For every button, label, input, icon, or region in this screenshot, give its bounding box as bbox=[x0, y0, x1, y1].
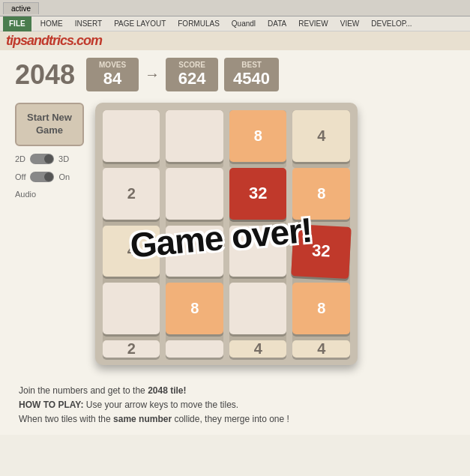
moves-stat: MOVES 84 bbox=[86, 58, 139, 91]
tile-r2c0: 4 bbox=[103, 226, 160, 277]
view-mode-toggle[interactable] bbox=[30, 154, 54, 164]
tile-r4c3: 4 bbox=[292, 340, 350, 358]
tile-r1c3: 8 bbox=[292, 168, 350, 220]
audio-label: Audio bbox=[15, 190, 36, 199]
ribbon-view[interactable]: VIEW bbox=[337, 18, 363, 29]
score-label: SCORE bbox=[175, 61, 209, 69]
ribbon-file-button[interactable]: FILE bbox=[3, 16, 31, 31]
instructions-line3b: same number bbox=[113, 414, 172, 424]
content-row: Start NewGame 2D 3D Off On Audio bbox=[15, 103, 455, 373]
mode-2d-label: 2D bbox=[15, 154, 25, 163]
ribbon-data[interactable]: DATA bbox=[265, 18, 289, 29]
browser-tab-active[interactable]: active bbox=[3, 2, 39, 14]
mode-3d-label: 3D bbox=[58, 154, 69, 163]
header-row: 2048 MOVES 84 → SCORE 624 BEST 4540 bbox=[15, 58, 455, 91]
tile-r0c1 bbox=[166, 110, 223, 162]
tile-r4c1 bbox=[166, 340, 223, 358]
audio-toggle-row: Off On bbox=[15, 172, 70, 182]
tile-r0c2: 8 bbox=[229, 110, 287, 162]
instructions: Join the numbers and get to the 2048 til… bbox=[15, 384, 455, 427]
left-panel: Start NewGame 2D 3D Off On Audio bbox=[15, 103, 84, 199]
tile-r0c0 bbox=[103, 110, 160, 162]
moves-label: MOVES bbox=[95, 61, 130, 69]
audio-toggle[interactable] bbox=[30, 172, 54, 182]
ribbon-page-layout[interactable]: PAGE LAYOUT bbox=[111, 18, 169, 29]
instructions-line3a: When two tiles with the bbox=[19, 414, 113, 424]
toggle-knob bbox=[44, 154, 53, 163]
tile-r0c3: 4 bbox=[292, 110, 350, 162]
best-stat: BEST 4540 bbox=[224, 58, 279, 91]
tile-r2c1 bbox=[166, 226, 223, 277]
score-stat: SCORE 624 bbox=[166, 58, 218, 91]
tile-r1c0: 2 bbox=[103, 168, 160, 220]
stats-group: MOVES 84 → SCORE 624 BEST 4540 bbox=[86, 58, 455, 91]
tile-r4c2: 4 bbox=[229, 340, 287, 358]
ribbon-developer[interactable]: DEVELOP... bbox=[368, 18, 415, 29]
tile-grid: 8 4 2 32 8 4 32 8 8 bbox=[103, 110, 350, 358]
audio-off-label: Off bbox=[15, 172, 25, 181]
tab-label: active bbox=[11, 4, 31, 13]
view-toggle-row: 2D 3D bbox=[15, 154, 69, 164]
start-new-game-button[interactable]: Start NewGame bbox=[15, 103, 84, 146]
instructions-line1: Join the numbers and get to the bbox=[19, 385, 148, 396]
browser-bar: active bbox=[0, 0, 470, 16]
tile-r2c2 bbox=[229, 226, 287, 277]
arrow-icon: → bbox=[145, 66, 160, 83]
tile-r4c0: 2 bbox=[103, 340, 160, 358]
ribbon-insert[interactable]: INSERT bbox=[72, 18, 106, 29]
watermark-bar: tipsandtrics.com bbox=[0, 31, 470, 50]
moves-value: 84 bbox=[95, 69, 130, 88]
instructions-line3c: collide, they merge into one ! bbox=[172, 414, 289, 424]
watermark-text: tipsandtrics.com bbox=[6, 33, 102, 48]
board-3d: 8 4 2 32 8 4 32 8 8 bbox=[95, 103, 365, 373]
tile-r3c1: 8 bbox=[166, 283, 223, 334]
ribbon-formulas[interactable]: FORMULAS bbox=[175, 18, 223, 29]
game-title: 2048 bbox=[15, 59, 75, 91]
best-value: 4540 bbox=[233, 69, 270, 88]
tile-r1c2-32: 32 bbox=[229, 168, 287, 220]
game-board-container: 8 4 2 32 8 4 32 8 8 bbox=[95, 103, 455, 373]
tile-r3c2 bbox=[229, 283, 287, 334]
tile-r3c3: 8 bbox=[292, 283, 350, 334]
ribbon: FILE HOME INSERT PAGE LAYOUT FORMULAS Qu… bbox=[0, 16, 470, 31]
ribbon-review[interactable]: REVIEW bbox=[295, 18, 331, 29]
tile-r3c0 bbox=[103, 283, 160, 334]
score-value: 624 bbox=[175, 69, 209, 88]
ribbon-home[interactable]: HOME bbox=[37, 18, 66, 29]
instructions-line2: Use your arrow keys to move the tiles. bbox=[86, 400, 238, 410]
tile-r1c1 bbox=[166, 168, 223, 220]
audio-on-label: On bbox=[58, 172, 70, 181]
instructions-highlight1: 2048 tile! bbox=[148, 385, 186, 396]
main-area: 2048 MOVES 84 → SCORE 624 BEST 4540 Star… bbox=[0, 50, 470, 435]
best-label: BEST bbox=[233, 61, 270, 69]
audio-toggle-knob bbox=[44, 172, 53, 181]
how-to-play-label: HOW TO PLAY: bbox=[19, 400, 86, 410]
tile-r2c3-32: 32 bbox=[292, 224, 352, 279]
ribbon-quandl[interactable]: Quandl bbox=[229, 18, 259, 29]
